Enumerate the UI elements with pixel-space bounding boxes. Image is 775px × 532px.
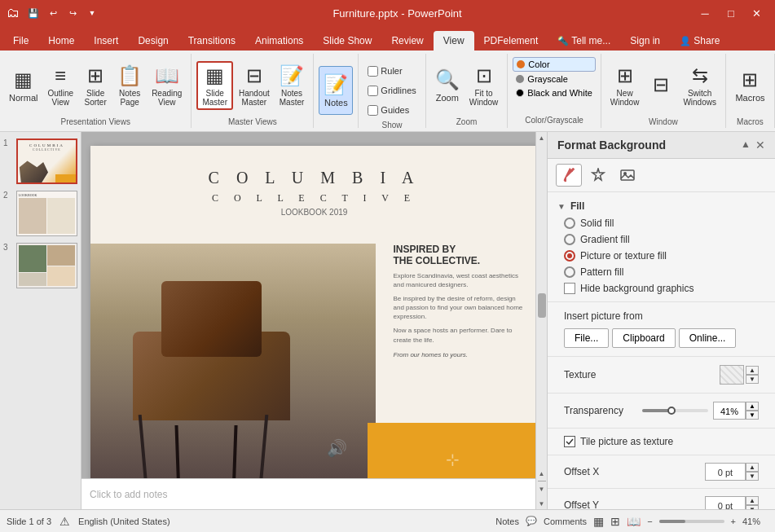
clipboard-btn[interactable]: Clipboard <box>612 328 675 348</box>
slide-text-content: INSPIRED BYTHE COLLECTIVE. Explore Scand… <box>394 244 524 358</box>
tab-file[interactable]: File <box>3 31 38 51</box>
radio-solid-fill[interactable]: Solid fill <box>557 215 765 231</box>
view-sorter-btn[interactable]: ⊞ <box>610 515 620 528</box>
accessibility-icon[interactable]: ⚠ <box>59 515 70 528</box>
btn-notes[interactable]: 📝 Notes <box>319 66 353 115</box>
slide-thumb-2[interactable]: 2 LOOKBOOK <box>3 191 77 236</box>
tab-view[interactable]: View <box>434 31 474 51</box>
tab-signin[interactable]: Sign in <box>620 31 670 51</box>
ruler-checkbox[interactable]: Ruler <box>363 62 420 80</box>
guides-input[interactable] <box>368 105 378 116</box>
btn-outline-view[interactable]: ≡ OutlineView <box>43 61 77 110</box>
offset-y-up[interactable]: ▲ <box>746 496 759 505</box>
radio-gradient-fill[interactable]: Gradient fill <box>557 231 765 248</box>
scroll-up-btn[interactable]: ▲ <box>537 132 547 143</box>
undo-btn[interactable]: ↩ <box>44 4 62 22</box>
notes-input-area[interactable]: Click to add notes <box>81 478 535 509</box>
close-btn[interactable]: ✕ <box>746 4 768 22</box>
tab-home[interactable]: Home <box>38 31 84 51</box>
trans-spin-up[interactable]: ▲ <box>746 402 759 411</box>
tab-tellme[interactable]: 🔦 Tell me... <box>548 31 620 51</box>
panel-close-btn[interactable]: ✕ <box>755 138 765 152</box>
panel-tab-effects[interactable] <box>585 164 611 187</box>
divider <box>538 481 546 481</box>
online-btn[interactable]: Online... <box>679 328 737 348</box>
slider-thumb[interactable] <box>667 407 676 415</box>
thumb-img-1: COLUMBIA COLLECTIVE <box>16 138 77 184</box>
ruler-input[interactable] <box>368 66 378 77</box>
restore-btn[interactable]: □ <box>720 4 742 22</box>
panel-collapse-btn[interactable]: ▲ <box>741 138 751 152</box>
zoom-out-btn[interactable]: − <box>647 517 652 526</box>
bw-label: Black and White <box>527 88 592 98</box>
more-btn[interactable]: ▼ <box>83 4 101 22</box>
texture-swatch[interactable] <box>720 365 744 385</box>
slide-thumb-3[interactable]: 3 <box>3 243 77 288</box>
btn-normal-view[interactable]: ▦ Normal <box>5 61 42 110</box>
notes-status-btn[interactable]: Notes <box>495 517 519 526</box>
btn-arrange-all[interactable]: ⊟ <box>645 61 677 110</box>
offset-y-control: 0 pt ▲ ▼ <box>705 496 759 509</box>
minimize-btn[interactable]: ─ <box>694 4 716 22</box>
radio-pattern-fill[interactable]: Pattern fill <box>557 264 765 280</box>
guides-checkbox[interactable]: Guides <box>363 101 420 119</box>
gridlines-input[interactable] <box>368 86 378 96</box>
zoom-level[interactable]: 41% <box>742 517 768 526</box>
texture-spin-down[interactable]: ▼ <box>746 375 759 384</box>
btn-slide-sorter[interactable]: ⊞ SlideSorter <box>79 61 112 110</box>
tab-review[interactable]: Review <box>381 31 433 51</box>
view-reading-btn[interactable]: 📖 <box>627 515 641 528</box>
transparency-value[interactable]: 41% <box>713 402 746 420</box>
scroll-down-btn[interactable]: ▼ <box>537 498 547 509</box>
fill-section-header[interactable]: ▼ Fill <box>557 197 765 215</box>
save-btn[interactable]: 💾 <box>24 4 42 22</box>
btn-notes-master[interactable]: 📝 NotesMaster <box>275 61 309 110</box>
tab-slideshow[interactable]: Slide Show <box>313 31 381 51</box>
panel-tab-picture[interactable] <box>614 164 641 187</box>
btn-notes-page[interactable]: 📋 NotesPage <box>113 61 146 110</box>
trans-spin-down[interactable]: ▼ <box>746 411 759 420</box>
offset-y-down[interactable]: ▼ <box>746 505 759 509</box>
view-normal-btn[interactable]: ▦ <box>593 515 604 528</box>
redo-btn[interactable]: ↪ <box>64 4 81 22</box>
tab-share[interactable]: 👤 Share <box>670 31 729 51</box>
tab-animations[interactable]: Animations <box>245 31 313 51</box>
offset-x-value[interactable]: 0 pt <box>705 463 746 481</box>
panel-tab-paint[interactable] <box>556 164 582 187</box>
color-option[interactable]: Color <box>513 57 595 72</box>
btn-reading-view[interactable]: 📖 ReadingView <box>148 61 186 110</box>
tab-design[interactable]: Design <box>128 31 178 51</box>
btn-new-window[interactable]: ⊞ NewWindow <box>606 61 644 110</box>
checkbox-hide-bg[interactable]: Hide background graphics <box>557 280 765 297</box>
zoom-slider[interactable] <box>659 520 724 523</box>
btn-macros[interactable]: ⊞ Macros <box>731 61 768 110</box>
zoom-in-btn[interactable]: + <box>731 517 736 526</box>
slide-canvas[interactable]: C O L U M B I A C O L L E C T I V E LOOK… <box>90 146 539 496</box>
tab-pdfelement[interactable]: PDFelement <box>474 31 548 51</box>
offset-y-value[interactable]: 0 pt <box>705 496 746 509</box>
slide-thumb-1[interactable]: 1 COLUMBIA COLLECTIVE <box>3 138 77 184</box>
transparency-slider[interactable] <box>642 409 708 412</box>
main-area: 1 COLUMBIA COLLECTIVE 2 LOOKBOOK <box>0 132 775 509</box>
offset-x-down[interactable]: ▼ <box>746 472 759 481</box>
btn-switch-windows[interactable]: ⇆ SwitchWindows <box>679 61 720 110</box>
tab-transitions[interactable]: Transitions <box>178 31 245 51</box>
btn-zoom[interactable]: 🔍 Zoom <box>431 61 464 110</box>
grayscale-option[interactable]: Grayscale <box>513 73 595 86</box>
radio-picture-texture-fill[interactable]: Picture or texture fill <box>557 248 765 264</box>
offset-x-up[interactable]: ▲ <box>746 463 759 472</box>
texture-spin-up[interactable]: ▲ <box>746 366 759 375</box>
prev-slide-btn[interactable]: ▲ <box>537 468 547 479</box>
tile-label: Tile picture as texture <box>580 436 673 447</box>
tab-insert[interactable]: Insert <box>84 31 128 51</box>
bw-option[interactable]: Black and White <box>513 86 595 99</box>
btn-slide-master[interactable]: ▦ SlideMaster <box>196 61 233 110</box>
btn-handout-master[interactable]: ⊟ HandoutMaster <box>235 61 274 110</box>
next-slide-btn[interactable]: ▼ <box>537 483 547 495</box>
comments-status-btn[interactable]: Comments <box>544 517 587 526</box>
slide-sorter-icon: ⊞ <box>87 64 103 87</box>
tile-checkbox[interactable]: Tile picture as texture <box>557 433 765 450</box>
file-btn[interactable]: File... <box>564 328 609 348</box>
gridlines-checkbox[interactable]: Gridlines <box>363 81 420 99</box>
btn-fit-window[interactable]: ⊡ Fit toWindow <box>465 61 503 110</box>
